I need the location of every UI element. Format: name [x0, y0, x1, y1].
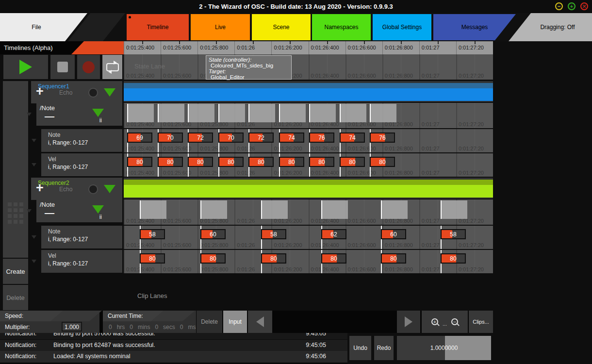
- state-lane[interactable]: 0:01:25:4000:01:25:6000:01:25:8000:01:26…: [124, 54, 493, 80]
- value-box[interactable]: 80: [381, 253, 406, 264]
- delete-note-button[interactable]: Delete: [197, 311, 222, 333]
- note-event-block[interactable]: [200, 200, 227, 219]
- scroll-left-button[interactable]: [248, 311, 272, 333]
- value-box[interactable]: 69: [127, 132, 152, 143]
- value-box[interactable]: 58: [261, 229, 286, 239]
- redo-button[interactable]: Redo: [374, 336, 394, 360]
- value-box[interactable]: 70: [218, 132, 244, 143]
- note-event-block[interactable]: [127, 104, 154, 122]
- value-box[interactable]: 80: [279, 157, 304, 167]
- value-box[interactable]: 80: [200, 253, 226, 264]
- multiplier-input[interactable]: 1.000: [62, 322, 82, 331]
- value-box[interactable]: 74: [340, 132, 365, 143]
- dragging-toggle[interactable]: Dragging: Off: [509, 13, 592, 41]
- loop-button[interactable]: [102, 55, 122, 79]
- play-button[interactable]: [3, 55, 48, 79]
- undo-button[interactable]: Undo: [349, 336, 371, 360]
- expand-triangle-icon[interactable]: [104, 88, 115, 97]
- delete-lane-button[interactable]: Delete: [3, 285, 28, 310]
- expand-triangle-icon[interactable]: [104, 185, 115, 193]
- create-button[interactable]: Create: [3, 259, 28, 284]
- param-header[interactable]: Veli, Range: 0-127: [41, 250, 122, 273]
- value-box[interactable]: 58: [441, 229, 466, 239]
- value-box[interactable]: 80: [127, 157, 152, 167]
- note-event-block[interactable]: [381, 200, 408, 219]
- zoom-out-icon[interactable]: −: [451, 318, 458, 325]
- remove-note-button[interactable]: —: [45, 111, 54, 122]
- stop-button[interactable]: [50, 55, 75, 79]
- param-header[interactable]: Notei, Range: 0-127: [41, 129, 122, 152]
- tab-messages[interactable]: Messages: [433, 14, 516, 40]
- speed-slider[interactable]: 1.0000000: [397, 336, 491, 360]
- message-lane[interactable]: 0:01:25:4000:01:25:6000:01:25:8000:01:26…: [124, 103, 493, 128]
- note-event-block[interactable]: [261, 200, 288, 219]
- value-box[interactable]: 80: [340, 157, 365, 167]
- note-lane[interactable]: 0:01:25:4000:01:25:6000:01:25:8000:01:26…: [124, 226, 493, 249]
- param-header[interactable]: Notei, Range: 0-127: [41, 226, 122, 248]
- maximize-button[interactable]: +: [568, 2, 576, 10]
- time-ruler[interactable]: 0:01:25:4000:01:25:6000:01:25:8000:01:26…: [124, 41, 493, 54]
- note-event-block[interactable]: [188, 104, 214, 122]
- note-event-block[interactable]: [140, 200, 166, 219]
- value-box[interactable]: 76: [370, 132, 395, 143]
- note-event-block[interactable]: [340, 104, 366, 122]
- sequencer-color-bar[interactable]: [124, 81, 493, 102]
- note-event-block[interactable]: [441, 200, 467, 219]
- value-box[interactable]: 74: [279, 132, 304, 143]
- zoom-in-icon[interactable]: +: [431, 318, 438, 325]
- note-event-block[interactable]: [248, 104, 275, 122]
- value-box[interactable]: 62: [321, 229, 346, 239]
- value-box[interactable]: 80: [218, 157, 244, 167]
- value-box[interactable]: 80: [441, 253, 466, 264]
- value-box[interactable]: 80: [158, 157, 183, 167]
- sequencer-header[interactable]: Sequencer2+Echo: [31, 178, 122, 200]
- add-note-button[interactable]: +: [36, 85, 44, 98]
- value-box[interactable]: 60: [381, 229, 406, 239]
- value-box[interactable]: 72: [248, 132, 274, 143]
- clips-button[interactable]: Clips...: [469, 311, 493, 333]
- tab-live[interactable]: Live: [191, 14, 250, 40]
- note-event-block[interactable]: [309, 104, 336, 122]
- message-header[interactable]: /Note—ii: [36, 199, 122, 222]
- note-event-block[interactable]: [158, 104, 184, 122]
- minimize-button[interactable]: −: [555, 2, 563, 10]
- value-box[interactable]: 72: [188, 132, 213, 143]
- mute-indicator[interactable]: [89, 185, 97, 193]
- mute-indicator[interactable]: [89, 89, 97, 97]
- sequencer-header[interactable]: Sequencer1+Echo: [31, 81, 122, 103]
- remove-note-button[interactable]: —: [45, 207, 54, 218]
- value-box[interactable]: 70: [158, 132, 183, 143]
- note-event-block[interactable]: [279, 104, 306, 122]
- value-box[interactable]: 80: [370, 157, 395, 167]
- tab-namespaces[interactable]: Namespaces: [312, 14, 371, 40]
- velocity-lane[interactable]: 0:01:25:4000:01:25:6000:01:25:8000:01:26…: [124, 153, 493, 177]
- value-box[interactable]: 80: [248, 157, 274, 167]
- tab-timeline[interactable]: Timeline: [127, 14, 189, 40]
- value-box[interactable]: 80: [140, 253, 165, 264]
- sequencer-color-bar[interactable]: [124, 178, 493, 199]
- drag-handle-icon[interactable]: [8, 202, 23, 224]
- value-box[interactable]: 80: [321, 253, 346, 264]
- velocity-lane[interactable]: 0:01:25:4000:01:25:6000:01:25:8000:01:26…: [124, 250, 493, 273]
- close-button[interactable]: ✕: [580, 2, 588, 10]
- input-mode-button[interactable]: Input: [223, 311, 247, 333]
- add-note-button[interactable]: +: [36, 182, 44, 195]
- value-box[interactable]: 80: [261, 253, 286, 264]
- message-lane[interactable]: 0:01:25:4000:01:25:6000:01:25:8000:01:26…: [124, 199, 493, 225]
- note-event-block[interactable]: [321, 200, 348, 219]
- message-triangle-icon[interactable]: [92, 109, 104, 117]
- value-box[interactable]: 76: [309, 132, 334, 143]
- record-button[interactable]: [77, 55, 100, 79]
- tab-global-settings[interactable]: Global Settings: [373, 14, 431, 40]
- tab-scene[interactable]: Scene: [252, 14, 311, 40]
- value-box[interactable]: 80: [309, 157, 334, 167]
- message-triangle-icon[interactable]: [92, 205, 104, 214]
- message-header[interactable]: /Note—ii: [36, 103, 122, 126]
- note-event-block[interactable]: [370, 104, 396, 122]
- value-box[interactable]: 58: [140, 229, 165, 239]
- scroll-right-button[interactable]: [397, 311, 420, 333]
- value-box[interactable]: 60: [200, 229, 226, 239]
- param-header[interactable]: Veli, Range: 0-127: [41, 153, 122, 176]
- note-event-block[interactable]: [218, 104, 245, 122]
- note-lane[interactable]: 0:01:25:4000:01:25:6000:01:25:8000:01:26…: [124, 129, 493, 152]
